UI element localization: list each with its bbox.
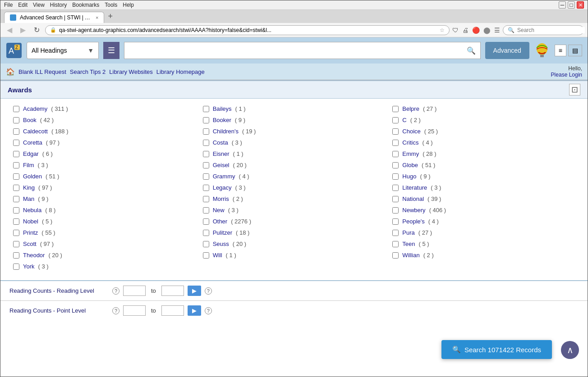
award-checkbox[interactable] xyxy=(13,128,19,135)
award-checkbox[interactable] xyxy=(392,252,399,259)
award-label[interactable]: Other xyxy=(213,218,228,225)
reading-point-go-button[interactable]: ▶ xyxy=(188,305,201,316)
minimize-button[interactable]: ─ xyxy=(559,1,566,9)
award-label[interactable]: Choice xyxy=(402,128,420,135)
award-checkbox[interactable] xyxy=(13,241,19,247)
award-label[interactable]: Literature xyxy=(402,184,427,191)
menu-edit[interactable]: Edit xyxy=(18,2,28,8)
award-label[interactable]: Book xyxy=(23,117,37,123)
award-label[interactable]: Printz xyxy=(23,229,38,236)
award-checkbox[interactable] xyxy=(392,117,399,123)
filter-button[interactable]: ☰ xyxy=(103,42,119,59)
award-checkbox[interactable] xyxy=(203,185,209,191)
award-label[interactable]: Eisner xyxy=(213,150,230,157)
award-checkbox[interactable] xyxy=(203,151,209,157)
new-tab-button[interactable]: + xyxy=(105,12,115,21)
nav-search-tips[interactable]: Search Tips 2 xyxy=(70,68,106,75)
award-checkbox[interactable] xyxy=(13,218,19,225)
list-view-button[interactable]: ▤ xyxy=(568,45,582,56)
extension-icon[interactable]: 🔴 xyxy=(472,27,480,34)
award-checkbox[interactable] xyxy=(13,162,19,168)
main-content[interactable]: Awards ⊡ Academy ( 311 )Baileys ( 1 )Bel… xyxy=(0,80,588,377)
reading-level-go-button[interactable]: ▶ xyxy=(188,286,201,296)
main-search-input[interactable] xyxy=(124,44,462,57)
award-label[interactable]: Academy xyxy=(23,105,47,112)
tab-close-button[interactable]: × xyxy=(96,15,98,20)
award-label[interactable]: Nobel xyxy=(23,218,38,225)
award-checkbox[interactable] xyxy=(203,162,209,168)
award-checkbox[interactable] xyxy=(392,128,399,135)
reading-point-to-input[interactable] xyxy=(161,305,184,316)
login-link[interactable]: Please Login xyxy=(551,72,582,78)
award-checkbox[interactable] xyxy=(13,140,19,146)
bookmark-icon[interactable]: ☆ xyxy=(440,27,445,33)
search-bar[interactable]: 🔍 xyxy=(503,25,584,35)
shield-icon[interactable]: 🛡 xyxy=(452,27,459,34)
question-help-reading-point[interactable]: ? xyxy=(112,307,119,314)
award-checkbox[interactable] xyxy=(392,196,399,202)
award-checkbox[interactable] xyxy=(203,230,209,236)
award-label[interactable]: National xyxy=(402,195,424,202)
reading-level-to-input[interactable] xyxy=(161,286,184,296)
award-checkbox[interactable] xyxy=(203,128,209,135)
award-checkbox[interactable] xyxy=(13,196,19,202)
menu-history[interactable]: History xyxy=(50,2,67,8)
award-checkbox[interactable] xyxy=(13,106,19,112)
menu-bookmarks[interactable]: Bookmarks xyxy=(72,2,99,8)
menu-icon[interactable]: ☰ xyxy=(494,27,500,34)
nav-blank-ill[interactable]: Blank ILL Request xyxy=(18,68,66,75)
award-label[interactable]: Caldecott xyxy=(23,128,48,135)
award-label[interactable]: Emmy xyxy=(402,150,419,157)
award-label[interactable]: People's xyxy=(402,218,424,225)
back-button[interactable]: ◀ xyxy=(4,25,15,35)
award-label[interactable]: Theodor xyxy=(23,252,45,259)
award-checkbox[interactable] xyxy=(203,252,209,259)
award-label[interactable]: Costa xyxy=(213,139,228,146)
menu-help[interactable]: Help xyxy=(123,2,134,8)
award-label[interactable]: King xyxy=(23,184,35,191)
url-bar[interactable]: 🔒 qa-stwi-agent.auto-graphics.com/advanc… xyxy=(45,25,450,35)
award-label[interactable]: New xyxy=(213,207,225,213)
print-icon[interactable]: 🖨 xyxy=(462,27,469,34)
award-checkbox[interactable] xyxy=(13,117,19,123)
main-search-button[interactable]: 🔍 xyxy=(462,44,480,58)
award-label[interactable]: Coretta xyxy=(23,139,42,146)
awards-expand-button[interactable]: ⊡ xyxy=(569,84,580,95)
award-label[interactable]: Teen xyxy=(402,241,415,247)
award-checkbox[interactable] xyxy=(13,252,19,259)
award-label[interactable]: Scott xyxy=(23,241,37,247)
award-label[interactable]: Man xyxy=(23,195,34,202)
award-checkbox[interactable] xyxy=(203,196,209,202)
award-label[interactable]: Nebula xyxy=(23,207,41,213)
nav-library-homepage[interactable]: Library Homepage xyxy=(156,68,205,75)
award-checkbox[interactable] xyxy=(13,207,19,213)
award-label[interactable]: Booker xyxy=(213,117,231,123)
award-label[interactable]: Morris xyxy=(213,195,229,202)
list-numbered-view-button[interactable]: ≡ xyxy=(555,45,566,56)
award-checkbox[interactable] xyxy=(203,207,209,213)
award-label[interactable]: C xyxy=(402,117,406,123)
award-label[interactable]: Grammy xyxy=(213,173,235,180)
award-label[interactable]: Film xyxy=(23,162,34,168)
question-help-reading-level[interactable]: ? xyxy=(112,287,119,295)
award-checkbox[interactable] xyxy=(203,173,209,180)
scroll-top-button[interactable]: ∧ xyxy=(561,341,579,359)
award-label[interactable]: Hugo xyxy=(402,173,416,180)
award-label[interactable]: Belpre xyxy=(402,105,419,112)
search-type-dropdown[interactable]: All Headings ▼ xyxy=(27,42,99,59)
award-label[interactable]: Pura xyxy=(402,229,414,236)
award-label[interactable]: Geisel xyxy=(213,162,230,168)
reload-button[interactable]: ↻ xyxy=(31,25,42,35)
award-checkbox[interactable] xyxy=(392,218,399,225)
award-checkbox[interactable] xyxy=(203,241,209,247)
award-checkbox[interactable] xyxy=(392,230,399,236)
award-label[interactable]: Edgar xyxy=(23,150,39,157)
menu-view[interactable]: View xyxy=(33,2,45,8)
reading-point-help-icon[interactable]: ? xyxy=(205,307,212,314)
maximize-button[interactable]: □ xyxy=(568,1,575,9)
award-label[interactable]: York xyxy=(23,263,35,270)
reading-level-help-icon[interactable]: ? xyxy=(205,287,212,295)
award-label[interactable]: Pulitzer xyxy=(213,229,232,236)
home-icon[interactable]: 🏠 xyxy=(6,68,15,76)
nav-library-websites[interactable]: Library Websites xyxy=(109,68,153,75)
